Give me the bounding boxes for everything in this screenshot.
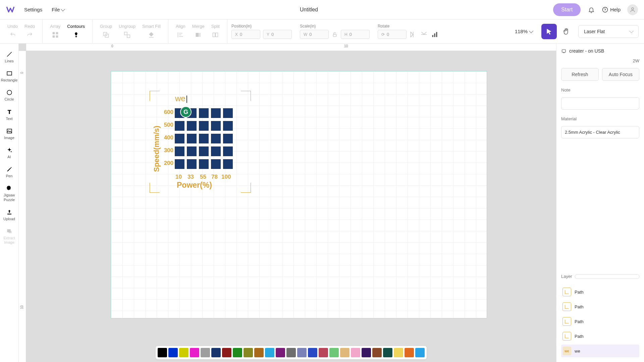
scale-w-input[interactable]: [309, 32, 324, 37]
color-swatch[interactable]: [308, 348, 317, 357]
document-title[interactable]: Untitled: [74, 7, 544, 13]
undo-button[interactable]: Undo: [4, 24, 21, 39]
color-swatch[interactable]: [201, 348, 210, 357]
svg-rect-18: [7, 72, 12, 75]
color-swatch[interactable]: [362, 348, 371, 357]
file-menu[interactable]: File: [52, 7, 64, 12]
layer-filter[interactable]: [575, 274, 639, 279]
color-swatch[interactable]: [286, 348, 296, 357]
svg-point-1: [632, 8, 634, 10]
color-swatch[interactable]: [351, 348, 360, 357]
help-button[interactable]: Help: [602, 7, 621, 13]
zoom-control[interactable]: 118%: [509, 28, 539, 34]
contours-button[interactable]: Contours: [64, 24, 88, 39]
layer-item[interactable]: Path: [561, 315, 639, 328]
color-swatch[interactable]: [233, 348, 242, 357]
color-swatch[interactable]: [190, 348, 199, 357]
svg-point-0: [603, 7, 608, 12]
path-layer-icon: [562, 302, 571, 311]
user-avatar[interactable]: [627, 4, 638, 15]
color-swatch[interactable]: [329, 348, 339, 357]
device-icon: [561, 48, 567, 54]
refresh-button[interactable]: Refresh: [561, 68, 599, 81]
pan-tool[interactable]: [559, 25, 573, 38]
material-select[interactable]: 2.5mm Acrylic - Clear Acrylic: [561, 126, 639, 138]
layer-item[interactable]: Path: [561, 286, 639, 298]
smartfill-button[interactable]: Smart Fill: [139, 24, 164, 39]
extract-tool[interactable]: Extract Image: [0, 225, 18, 247]
color-swatch[interactable]: [244, 348, 253, 357]
color-swatch[interactable]: [254, 348, 264, 357]
rectangle-tool[interactable]: Rectangle: [0, 67, 18, 85]
jigsaw-tool[interactable]: Jigsaw Puzzle: [0, 182, 18, 204]
notifications-icon[interactable]: [587, 6, 595, 14]
color-swatch[interactable]: [340, 348, 350, 357]
position-x-field[interactable]: X: [231, 30, 260, 39]
pen-tool[interactable]: Pen: [0, 163, 18, 181]
circle-tool[interactable]: Circle: [0, 86, 18, 104]
distribute-icon[interactable]: [431, 31, 439, 39]
color-swatch[interactable]: [211, 348, 221, 357]
position-y-input[interactable]: [271, 32, 286, 37]
start-button[interactable]: Start: [553, 3, 581, 16]
autofocus-button[interactable]: Auto Focus: [602, 68, 640, 81]
rotate-group: Rotate ⟳: [374, 19, 443, 43]
flip-h-icon[interactable]: [409, 31, 417, 39]
ai-tool[interactable]: AI: [0, 144, 18, 162]
align-button[interactable]: Align: [172, 24, 189, 39]
ungroup-button[interactable]: Ungroup: [115, 24, 139, 39]
flip-v-icon[interactable]: [420, 31, 428, 39]
color-swatch[interactable]: [179, 348, 189, 357]
group-label: Group: [100, 24, 112, 29]
scale-h-field[interactable]: H: [341, 30, 370, 39]
merge-button[interactable]: Merge: [189, 24, 208, 39]
color-swatch[interactable]: [168, 348, 178, 357]
color-swatch[interactable]: [383, 348, 392, 357]
canvas-viewport[interactable]: we G Speed(mm/s) Power(%) 600 500 400 30…: [26, 51, 556, 362]
color-swatch[interactable]: [158, 348, 167, 357]
ytick: 300: [161, 147, 173, 154]
app-logo[interactable]: [6, 5, 15, 14]
group-button[interactable]: Group: [97, 24, 115, 39]
color-swatch[interactable]: [297, 348, 307, 357]
color-swatch[interactable]: [405, 348, 414, 357]
mode-select[interactable]: Laser Flat: [578, 25, 639, 38]
color-palette: [156, 346, 427, 359]
color-swatch[interactable]: [276, 348, 285, 357]
scale-h-input[interactable]: [350, 32, 364, 37]
rotate-input[interactable]: [387, 32, 401, 37]
text-tool[interactable]: Text: [0, 106, 18, 124]
artboard[interactable]: we G Speed(mm/s) Power(%) 600 500 400 30…: [111, 71, 487, 318]
color-swatch[interactable]: [265, 348, 274, 357]
layer-list: PathPathPathPathwewe: [561, 286, 639, 357]
scale-w-field[interactable]: W: [300, 30, 329, 39]
color-swatch[interactable]: [222, 348, 231, 357]
chart-xlabel: Power(%): [177, 181, 212, 190]
upload-tool[interactable]: Upload: [0, 206, 18, 224]
array-button[interactable]: Array: [47, 24, 64, 39]
image-tool[interactable]: Image: [0, 125, 18, 143]
position-y-field[interactable]: Y: [263, 30, 292, 39]
rotate-field[interactable]: ⟳: [378, 30, 407, 39]
color-swatch[interactable]: [394, 348, 403, 357]
image-icon: [6, 128, 13, 134]
redo-button[interactable]: Redo: [21, 24, 38, 39]
select-tool[interactable]: [541, 24, 557, 39]
device-row[interactable]: creater - on USB: [561, 48, 639, 54]
xtick: 55: [200, 174, 206, 180]
ungroup-label: Ungroup: [119, 24, 136, 29]
lock-aspect-icon[interactable]: [331, 31, 338, 38]
position-x-input[interactable]: [240, 32, 255, 37]
color-swatch[interactable]: [415, 348, 425, 357]
grammarly-badge-icon[interactable]: G: [180, 106, 192, 118]
chart-title-text[interactable]: we: [175, 94, 188, 103]
note-input[interactable]: [561, 97, 639, 110]
color-swatch[interactable]: [319, 348, 328, 357]
lines-tool[interactable]: Lines: [0, 48, 18, 66]
split-button[interactable]: Split: [208, 24, 223, 39]
settings-menu[interactable]: Settings: [24, 7, 42, 12]
color-swatch[interactable]: [372, 348, 382, 357]
layer-item[interactable]: Path: [561, 330, 639, 343]
layer-item[interactable]: wewe: [561, 345, 639, 357]
layer-item[interactable]: Path: [561, 300, 639, 313]
